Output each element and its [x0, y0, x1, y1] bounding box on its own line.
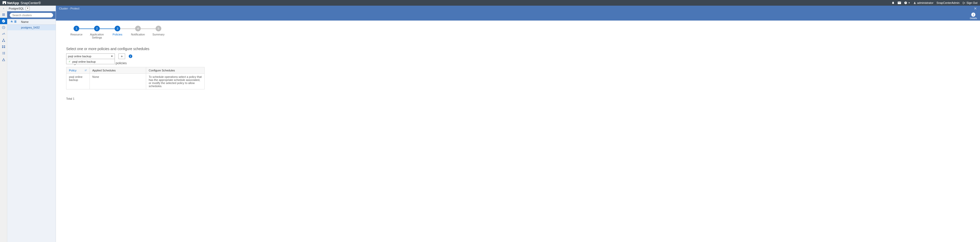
step-number: 4 — [135, 26, 141, 31]
svg-point-11 — [4, 52, 5, 53]
netapp-logo-icon — [3, 1, 6, 5]
step-policies[interactable]: 3 Policies — [107, 26, 128, 36]
step-summary[interactable]: 5 Summary — [148, 26, 169, 36]
signout-link[interactable]: Sign Out — [963, 1, 977, 4]
mail-icon[interactable] — [898, 2, 901, 4]
svg-rect-5 — [2, 41, 3, 42]
search-input[interactable] — [10, 13, 53, 18]
sidebar-header: PostgreSQL ▼ — [7, 6, 56, 11]
user-name: administrator — [917, 1, 934, 4]
sidebar-title: PostgreSQL — [9, 7, 24, 10]
nav-storage-icon[interactable] — [0, 43, 7, 50]
policies-heading: Select one or more policies and configur… — [66, 47, 970, 51]
policy-combo[interactable]: psql online backup ▼ — [66, 53, 115, 59]
main-container: PostgreSQL ▼ Name postgres_5432 Cluster … — [0, 6, 980, 242]
schedules-table-head: Policy Applied Schedules Configure Sched… — [67, 67, 204, 74]
signout-label: Sign Out — [966, 1, 977, 4]
nav-resources-icon[interactable] — [0, 18, 7, 24]
sort-icon — [84, 69, 87, 72]
schedules-table-row: psql online backup None To schedule oper… — [67, 74, 204, 89]
step-label: Application Settings — [87, 33, 107, 39]
cell-applied: None — [89, 74, 146, 89]
details-button[interactable]: i Details — [970, 13, 977, 19]
nav-hosts-icon[interactable] — [0, 37, 7, 43]
col-applied[interactable]: Applied Schedules — [89, 67, 146, 74]
resource-row[interactable]: postgres_5432 — [7, 25, 56, 30]
svg-rect-6 — [4, 41, 5, 42]
user-link[interactable]: administrator — [913, 1, 934, 4]
policy-option[interactable]: ✓ psql online backup — [67, 59, 115, 64]
search-row — [7, 11, 56, 19]
name-column-label: Name — [20, 20, 56, 23]
schedules-heading: Configure schedules for selected policie… — [66, 61, 970, 65]
svg-rect-7 — [2, 45, 3, 46]
notifications-icon[interactable] — [891, 1, 895, 4]
svg-rect-4 — [3, 39, 4, 40]
check-icon: ✓ — [68, 60, 71, 63]
svg-rect-2 — [4, 1, 5, 3]
info-icon: i — [971, 13, 975, 17]
wizard-steps: 1 Resource 2 Application Settings 3 Poli… — [66, 26, 970, 39]
svg-point-13 — [4, 54, 5, 54]
role-link[interactable]: SnapCenterAdmin — [936, 1, 959, 4]
content-area: Cluster - Protect ✕ i Details 1 Resource… — [56, 6, 980, 242]
step-label: Policies — [113, 33, 122, 36]
nav-monitor-icon[interactable] — [0, 24, 7, 30]
brand: NetApp SnapCenter® — [3, 1, 41, 5]
svg-rect-9 — [2, 47, 3, 48]
expand-nav-button[interactable] — [0, 6, 7, 11]
policy-combo-value: psql online backup — [68, 55, 91, 58]
help-icon[interactable]: ▼ — [904, 1, 910, 4]
sidebar: PostgreSQL ▼ Name postgres_5432 — [7, 6, 56, 242]
top-right-nav: ▼ administrator SnapCenterAdmin Sign Out — [891, 1, 977, 4]
nav-reports-icon[interactable] — [0, 30, 7, 37]
svg-rect-1 — [5, 1, 6, 4]
top-bar: NetApp SnapCenter® ▼ administrator SnapC… — [0, 0, 980, 6]
cell-config: To schedule operations select a policy t… — [146, 74, 204, 89]
svg-rect-0 — [3, 1, 4, 4]
svg-rect-8 — [4, 45, 5, 46]
step-resource[interactable]: 1 Resource — [66, 26, 87, 36]
breadcrumb-bar: Cluster - Protect ✕ — [56, 6, 980, 11]
col-policy[interactable]: Policy — [67, 67, 89, 74]
filter-icon[interactable] — [14, 20, 17, 23]
step-notification[interactable]: 4 Notification — [128, 26, 148, 36]
nav-alerts-icon[interactable] — [0, 56, 7, 63]
action-band: i Details — [56, 11, 980, 21]
step-label: Summary — [152, 33, 164, 36]
step-number: 3 — [115, 26, 120, 31]
policy-dropdown: ✓ psql online backup — [66, 59, 115, 64]
brand-name: NetApp — [7, 1, 19, 5]
step-number: 2 — [94, 26, 100, 31]
policy-option-label: psql online backup — [72, 60, 95, 63]
resource-name: postgres_5432 — [20, 26, 56, 29]
step-number: 5 — [156, 26, 161, 31]
product-name: SnapCenter® — [21, 1, 41, 5]
left-nav — [0, 6, 7, 242]
cell-policy: psql online backup — [67, 74, 89, 89]
wizard-area: 1 Resource 2 Application Settings 3 Poli… — [56, 21, 980, 105]
info-icon[interactable]: i — [129, 54, 132, 58]
step-number: 1 — [73, 26, 79, 31]
schedules-table: Policy Applied Schedules Configure Sched… — [66, 67, 205, 90]
nav-dashboard-icon[interactable] — [0, 11, 7, 18]
svg-rect-10 — [4, 47, 5, 48]
step-label: Notification — [131, 33, 145, 36]
step-label: Resource — [70, 33, 82, 36]
svg-point-12 — [4, 53, 5, 53]
policy-select-row: psql online backup ▼ + i ✓ psql online b… — [66, 53, 970, 59]
col-config[interactable]: Configure Schedules — [146, 67, 204, 74]
close-icon[interactable]: ✕ — [974, 6, 977, 11]
col-policy-label: Policy — [69, 69, 76, 72]
plus-icon: + — [121, 54, 123, 58]
step-application-settings[interactable]: 2 Application Settings — [87, 26, 107, 39]
details-label: Details — [970, 17, 977, 19]
total-row: Total 1 — [66, 97, 970, 100]
chevron-down-icon: ▼ — [111, 55, 113, 58]
breadcrumb: Cluster - Protect — [59, 7, 79, 10]
sidebar-dropdown-button[interactable]: ▼ — [25, 7, 30, 10]
resource-column-header: Name — [7, 19, 56, 25]
sort-icon[interactable] — [11, 20, 13, 23]
nav-settings-icon[interactable] — [0, 50, 7, 56]
add-policy-button[interactable]: + — [118, 53, 125, 59]
